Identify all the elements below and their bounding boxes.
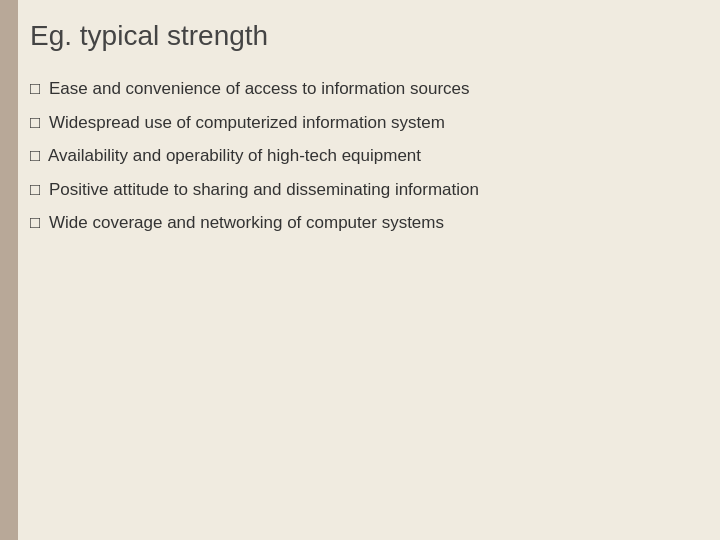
bullet-text: Wide coverage and networking of computer… [49,213,444,232]
list-item: □ Widespread use of computerized informa… [30,110,700,136]
bullet-symbol: □ [30,213,40,232]
list-item: □ Availability and operability of high-t… [30,143,700,169]
slide-title: Eg. typical strength [30,20,700,52]
bullet-symbol: □ [30,113,40,132]
bullet-text: Ease and convenience of access to inform… [49,79,470,98]
bullet-text: Availability and operability of high-tec… [48,146,421,165]
bullet-symbol: □ [30,180,40,199]
bullet-text: Positive attitude to sharing and dissemi… [49,180,479,199]
bullet-list: □ Ease and convenience of access to info… [30,76,700,236]
list-item: □ Ease and convenience of access to info… [30,76,700,102]
left-accent-bar [0,0,18,540]
bullet-symbol: □ [30,79,40,98]
bullet-symbol: □ [30,146,40,165]
list-item: □ Wide coverage and networking of comput… [30,210,700,236]
slide-content: Eg. typical strength □ Ease and convenie… [30,20,700,520]
bullet-text: Widespread use of computerized informati… [49,113,445,132]
list-item: □ Positive attitude to sharing and disse… [30,177,700,203]
